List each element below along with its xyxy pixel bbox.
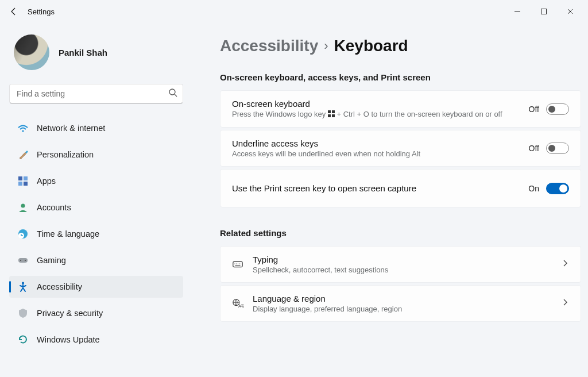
print-screen-toggle[interactable] [546, 183, 569, 194]
title-bar: Settings [0, 0, 588, 23]
sidebar-item-accounts[interactable]: Accounts [9, 197, 183, 218]
accessibility-icon [17, 281, 29, 293]
avatar [14, 34, 49, 70]
svg-point-7 [21, 204, 25, 208]
page-title: Keyboard [334, 37, 408, 55]
toggle-state-label: Off [529, 144, 539, 153]
svg-point-11 [20, 260, 21, 261]
setting-print-screen[interactable]: Use the Print screen key to open screen … [220, 169, 581, 207]
toggle-state-label: Off [529, 105, 539, 114]
svg-rect-10 [18, 258, 28, 263]
chevron-right-icon: › [324, 39, 328, 53]
svg-rect-16 [328, 114, 331, 117]
svg-point-1 [169, 89, 175, 95]
clock-globe-icon [17, 228, 29, 240]
related-language-region[interactable]: A字 Language & region Display language, p… [220, 285, 581, 322]
sidebar-item-label: Privacy & security [37, 309, 103, 318]
user-icon [17, 202, 29, 213]
sidebar-item-privacy[interactable]: Privacy & security [9, 302, 183, 324]
svg-text:A字: A字 [238, 303, 243, 309]
svg-rect-15 [332, 110, 335, 113]
svg-point-13 [22, 282, 24, 284]
svg-point-12 [25, 260, 26, 261]
setting-subtitle: Access keys will be underlined even when… [232, 149, 520, 158]
sidebar: Pankil Shah Network & internet Personali… [0, 23, 192, 377]
section-title-related: Related settings [220, 228, 581, 238]
globe-language-icon: A字 [232, 298, 243, 309]
maximize-button[interactable] [531, 2, 557, 21]
svg-point-2 [22, 130, 24, 132]
sidebar-item-label: Time & language [37, 229, 99, 238]
search-icon [168, 88, 177, 99]
user-card[interactable]: Pankil Shah [14, 34, 183, 70]
sidebar-item-label: Apps [37, 176, 56, 186]
svg-rect-17 [332, 114, 335, 117]
back-button[interactable] [5, 2, 23, 21]
sidebar-item-personalization[interactable]: Personalization [9, 144, 183, 166]
related-typing[interactable]: Typing Spellcheck, autocorrect, text sug… [220, 246, 581, 283]
setting-onscreen-keyboard[interactable]: On-screen keyboard Press the Windows log… [220, 90, 581, 128]
apps-icon [17, 175, 29, 187]
svg-rect-14 [328, 110, 331, 113]
setting-title: Use the Print screen key to open screen … [232, 183, 519, 193]
svg-rect-3 [18, 176, 22, 180]
wifi-icon [17, 122, 29, 134]
sidebar-item-accessibility[interactable]: Accessibility [9, 276, 183, 298]
setting-subtitle: Press the Windows logo key + Ctrl + O to… [232, 110, 520, 119]
chevron-right-icon [561, 298, 569, 309]
shield-icon [17, 307, 29, 319]
svg-rect-18 [233, 262, 242, 267]
keyboard-icon [232, 259, 243, 270]
sidebar-item-label: Accessibility [37, 282, 82, 291]
card-title: Language & region [253, 294, 552, 303]
card-subtitle: Display language, preferred language, re… [253, 305, 552, 313]
sidebar-item-label: Windows Update [37, 335, 100, 344]
user-name: Pankil Shah [59, 48, 107, 57]
svg-rect-5 [18, 182, 22, 186]
sidebar-item-label: Gaming [37, 256, 66, 265]
brush-icon [17, 149, 29, 160]
close-button[interactable] [557, 2, 583, 21]
sidebar-item-gaming[interactable]: Gaming [9, 249, 183, 271]
section-title-onscreen: On-screen keyboard, access keys, and Pri… [220, 72, 581, 82]
onscreen-keyboard-toggle[interactable] [546, 103, 569, 115]
sidebar-item-label: Personalization [37, 150, 94, 159]
sidebar-item-time-language[interactable]: Time & language [9, 223, 183, 245]
sidebar-item-apps[interactable]: Apps [9, 170, 183, 192]
nav: Network & internet Personalization Apps … [9, 117, 183, 351]
card-title: Typing [253, 255, 552, 264]
sidebar-item-network[interactable]: Network & internet [9, 117, 183, 139]
svg-rect-0 [541, 9, 547, 14]
sidebar-item-label: Network & internet [37, 124, 105, 133]
gamepad-icon [17, 255, 29, 266]
setting-title: Underline access keys [232, 139, 520, 148]
toggle-state-label: On [528, 184, 539, 193]
search-wrap [9, 84, 183, 103]
chevron-right-icon [561, 259, 569, 270]
setting-title: On-screen keyboard [232, 99, 520, 109]
breadcrumb-parent[interactable]: Accessibility [220, 37, 318, 55]
svg-rect-4 [24, 176, 28, 180]
search-input[interactable] [9, 84, 183, 103]
setting-underline-access-keys[interactable]: Underline access keys Access keys will b… [220, 130, 581, 167]
windows-logo-icon [328, 110, 335, 119]
sidebar-item-label: Accounts [37, 203, 71, 212]
card-subtitle: Spellcheck, autocorrect, text suggestion… [253, 266, 552, 274]
svg-rect-6 [24, 182, 28, 186]
update-icon [17, 334, 29, 345]
underline-access-keys-toggle[interactable] [546, 143, 569, 154]
sidebar-item-update[interactable]: Windows Update [9, 329, 183, 351]
content-area: Accessibility › Keyboard On-screen keybo… [192, 23, 588, 377]
minimize-button[interactable] [504, 2, 531, 21]
breadcrumb: Accessibility › Keyboard [220, 37, 581, 55]
window-title: Settings [28, 7, 55, 16]
